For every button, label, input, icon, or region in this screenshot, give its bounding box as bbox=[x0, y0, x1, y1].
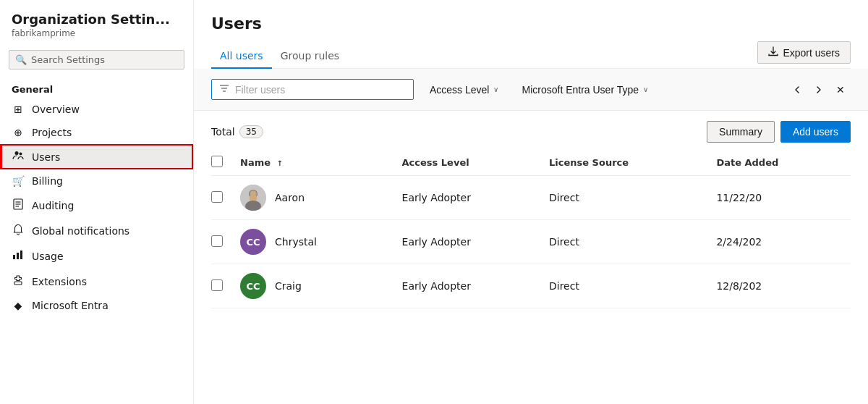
tabs-row: All users Group rules Export users bbox=[211, 41, 851, 69]
avatar: CC bbox=[240, 229, 266, 255]
main-header: Users All users Group rules Export users bbox=[194, 0, 868, 69]
tab-group-rules[interactable]: Group rules bbox=[272, 44, 349, 69]
next-filter-button[interactable] bbox=[809, 80, 829, 100]
summary-button[interactable]: Summary bbox=[707, 121, 775, 143]
select-all-checkbox[interactable] bbox=[211, 156, 223, 167]
table-row: CC Craig Early Adopter Direct 12/8/202 bbox=[211, 264, 851, 308]
table-row: CC Chrystal Early Adopter Direct 2/24/20… bbox=[211, 220, 851, 264]
sidebar-header: Organization Settin... fabrikamprime bbox=[0, 0, 193, 44]
svg-rect-18 bbox=[250, 195, 257, 201]
export-users-button[interactable]: Export users bbox=[757, 41, 851, 64]
org-title: Organization Settin... bbox=[12, 12, 182, 27]
select-all-header bbox=[211, 150, 240, 176]
sidebar-item-overview[interactable]: ⊞ Overview bbox=[0, 98, 193, 121]
previous-filter-button[interactable] bbox=[787, 80, 807, 100]
general-section-label: General bbox=[0, 78, 193, 98]
search-settings-input[interactable]: 🔍 Search Settings bbox=[9, 50, 184, 70]
download-icon bbox=[768, 46, 778, 59]
billing-icon: 🛒 bbox=[12, 175, 25, 187]
chevron-down-icon: ∨ bbox=[493, 85, 498, 93]
filter-bar: Access Level ∨ Microsoft Entra User Type… bbox=[194, 69, 868, 111]
page-title: Users bbox=[211, 14, 851, 33]
sidebar: Organization Settin... fabrikamprime 🔍 S… bbox=[0, 0, 194, 404]
entra-icon: ◆ bbox=[12, 300, 25, 311]
sidebar-item-label: Usage bbox=[32, 251, 64, 262]
sidebar-item-usage[interactable]: Usage bbox=[0, 243, 193, 269]
access-level-column-header: Access Level bbox=[402, 150, 549, 176]
toolbar-actions: Summary Add users bbox=[707, 121, 851, 143]
extensions-icon bbox=[12, 274, 25, 288]
sidebar-item-label: Billing bbox=[32, 175, 63, 187]
filter-nav-buttons: ✕ bbox=[787, 80, 851, 100]
row-checkbox[interactable] bbox=[211, 279, 223, 291]
avatar: CC bbox=[240, 273, 266, 299]
close-filter-button[interactable]: ✕ bbox=[830, 80, 851, 100]
add-users-button[interactable]: Add users bbox=[780, 121, 851, 143]
sidebar-item-extensions[interactable]: Extensions bbox=[0, 269, 193, 294]
user-cell: CC Chrystal bbox=[240, 229, 393, 255]
sidebar-item-label: Overview bbox=[32, 104, 80, 115]
name-cell: CC Chrystal bbox=[240, 220, 402, 264]
filter-icon bbox=[219, 83, 229, 96]
svg-point-17 bbox=[251, 191, 256, 196]
notifications-icon bbox=[12, 224, 25, 237]
row-select-cell bbox=[211, 264, 240, 308]
user-name: Chrystal bbox=[275, 236, 317, 248]
sidebar-item-billing[interactable]: 🛒 Billing bbox=[0, 169, 193, 193]
svg-rect-6 bbox=[13, 255, 15, 259]
access-level-dropdown[interactable]: Access Level ∨ bbox=[422, 80, 506, 99]
user-name: Aaron bbox=[275, 192, 305, 203]
name-cell: Aaron bbox=[240, 176, 402, 220]
access-level-cell: Early Adopter bbox=[402, 220, 549, 264]
svg-point-1 bbox=[20, 153, 22, 156]
user-name: Craig bbox=[275, 280, 302, 292]
sidebar-item-global-notifications[interactable]: Global notifications bbox=[0, 218, 193, 243]
search-icon: 🔍 bbox=[15, 54, 27, 65]
sidebar-item-label: Microsoft Entra bbox=[32, 300, 109, 311]
date-added-column-header: Date Added bbox=[716, 150, 851, 176]
total-count-badge: 35 bbox=[239, 125, 263, 138]
user-type-dropdown[interactable]: Microsoft Entra User Type ∨ bbox=[514, 80, 655, 99]
sidebar-item-label: Extensions bbox=[32, 276, 87, 287]
projects-icon: ⊕ bbox=[12, 127, 25, 138]
row-select-cell bbox=[211, 176, 240, 220]
users-toolbar: Total 35 Summary Add users bbox=[211, 111, 851, 150]
sidebar-item-projects[interactable]: ⊕ Projects bbox=[0, 121, 193, 144]
auditing-icon bbox=[12, 198, 25, 212]
license-source-column-header: License Source bbox=[549, 150, 716, 176]
avatar bbox=[240, 185, 266, 211]
filter-input-wrap[interactable] bbox=[211, 79, 414, 100]
row-checkbox[interactable] bbox=[211, 235, 223, 247]
users-icon bbox=[12, 150, 25, 164]
table-header-row: Name ↑ Access Level License Source Date … bbox=[211, 150, 851, 176]
sidebar-nav: ⊞ Overview ⊕ Projects Users 🛒 Billing bbox=[0, 98, 193, 317]
license-source-cell: Direct bbox=[549, 264, 716, 308]
users-area: Total 35 Summary Add users Name ↑ Acc bbox=[194, 111, 868, 404]
user-cell: CC Craig bbox=[240, 273, 393, 299]
users-table: Name ↑ Access Level License Source Date … bbox=[211, 150, 851, 308]
row-select-cell bbox=[211, 220, 240, 264]
main-content: Users All users Group rules Export users bbox=[194, 0, 868, 404]
filter-users-input[interactable] bbox=[235, 84, 406, 96]
sidebar-item-label: Auditing bbox=[32, 200, 74, 211]
date-added-cell: 2/24/202 bbox=[716, 220, 851, 264]
tab-all-users[interactable]: All users bbox=[211, 44, 272, 69]
chevron-down-icon: ∨ bbox=[643, 85, 648, 93]
sidebar-item-label: Projects bbox=[32, 127, 72, 138]
date-added-cell: 11/22/20 bbox=[716, 176, 851, 220]
access-level-cell: Early Adopter bbox=[402, 176, 549, 220]
sidebar-item-auditing[interactable]: Auditing bbox=[0, 193, 193, 218]
table-row: Aaron Early Adopter Direct 11/22/20 bbox=[211, 176, 851, 220]
org-subtitle: fabrikamprime bbox=[12, 28, 182, 38]
name-cell: CC Craig bbox=[240, 264, 402, 308]
overview-icon: ⊞ bbox=[12, 104, 25, 115]
row-checkbox[interactable] bbox=[211, 191, 223, 203]
name-column-header[interactable]: Name ↑ bbox=[240, 150, 402, 176]
license-source-cell: Direct bbox=[549, 220, 716, 264]
sidebar-item-microsoft-entra[interactable]: ◆ Microsoft Entra bbox=[0, 294, 193, 317]
usage-icon bbox=[12, 249, 25, 263]
sidebar-item-users[interactable]: Users bbox=[0, 144, 193, 169]
user-cell: Aaron bbox=[240, 185, 393, 211]
access-level-cell: Early Adopter bbox=[402, 264, 549, 308]
date-added-cell: 12/8/202 bbox=[716, 264, 851, 308]
